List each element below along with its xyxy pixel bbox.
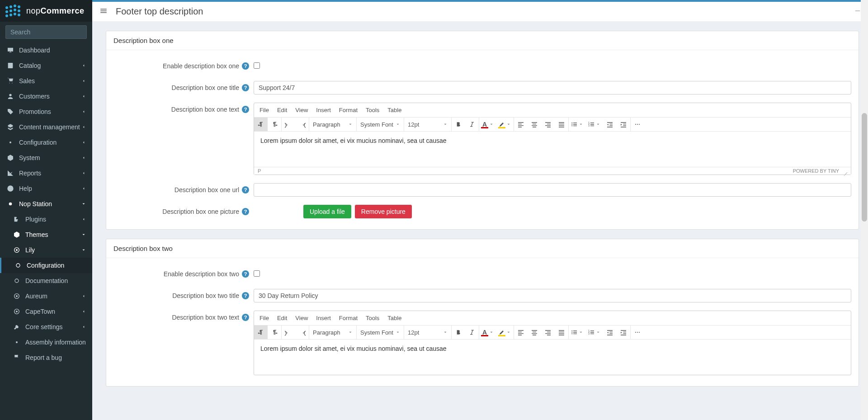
align-right-icon[interactable]: [541, 118, 555, 131]
help-icon[interactable]: ?: [242, 208, 249, 215]
sidebar-item-sales[interactable]: Sales: [0, 73, 92, 89]
text-color-icon[interactable]: A: [479, 118, 496, 131]
editor-menu-file[interactable]: File: [259, 107, 269, 113]
help-icon[interactable]: ?: [242, 292, 249, 299]
help-icon[interactable]: ?: [242, 62, 249, 70]
window-scrollbar-thumb[interactable]: [862, 113, 867, 222]
sidebar-item-core-settings[interactable]: Core settings: [0, 319, 92, 335]
undo-icon[interactable]: [282, 326, 295, 339]
help-icon[interactable]: ?: [242, 186, 249, 193]
checkbox-enable-one[interactable]: [254, 62, 260, 69]
sidebar-item-lily[interactable]: Lily: [0, 242, 92, 258]
sidebar-item-system[interactable]: System: [0, 150, 92, 165]
window-scrollbar[interactable]: [861, 0, 868, 420]
logo[interactable]: nopCommerce: [0, 0, 92, 22]
font-family-select[interactable]: System Font: [357, 326, 404, 339]
numbered-list-icon[interactable]: 123: [586, 326, 603, 339]
upload-button[interactable]: Upload a file: [303, 205, 351, 218]
more-icon[interactable]: [631, 326, 644, 339]
editor-menu-format[interactable]: Format: [339, 315, 358, 321]
bold-icon[interactable]: [452, 326, 465, 339]
sidebar-item-report-a-bug[interactable]: Report a bug: [0, 350, 92, 365]
italic-icon[interactable]: [465, 118, 479, 131]
highlight-color-icon[interactable]: [496, 326, 514, 339]
outdent-icon[interactable]: [603, 118, 617, 131]
editor-content-two[interactable]: Lorem ipsum dolor sit amet, ei vix muciu…: [254, 340, 851, 375]
input-url-one[interactable]: [254, 183, 851, 197]
redo-icon[interactable]: [295, 118, 309, 131]
sidebar-item-documentation[interactable]: Documentation: [0, 273, 92, 288]
sidebar-item-themes[interactable]: Themes: [0, 227, 92, 242]
input-title-two[interactable]: [254, 289, 851, 302]
editor-menu-view[interactable]: View: [295, 107, 308, 113]
collapse-icon[interactable]: [854, 8, 861, 15]
sidebar-item-catalog[interactable]: Catalog: [0, 58, 92, 73]
undo-icon[interactable]: [282, 118, 295, 131]
sidebar-item-plugins[interactable]: Plugins: [0, 212, 92, 227]
help-icon[interactable]: ?: [242, 270, 249, 278]
sidebar-item-customers[interactable]: Customers: [0, 89, 92, 104]
highlight-color-icon[interactable]: [496, 118, 514, 131]
rtl-icon[interactable]: [254, 326, 268, 339]
sidebar-item-nop-station[interactable]: Nop Station: [0, 196, 92, 212]
block-format-select[interactable]: Paragraph: [309, 326, 356, 339]
align-center-icon[interactable]: [528, 118, 541, 131]
redo-icon[interactable]: [295, 326, 309, 339]
editor-menu-edit[interactable]: Edit: [277, 315, 287, 321]
sidebar-item-configuration[interactable]: Configuration: [0, 258, 92, 273]
align-left-icon[interactable]: [514, 326, 528, 339]
sidebar-item-aureum[interactable]: Aureum: [0, 288, 92, 304]
help-icon[interactable]: ?: [242, 314, 249, 321]
sidebar-item-dashboard[interactable]: Dashboard: [0, 42, 92, 58]
sidebar-item-assembly-information[interactable]: Assembly information: [0, 335, 92, 350]
block-format-select[interactable]: Paragraph: [309, 118, 356, 131]
outdent-icon[interactable]: [603, 326, 617, 339]
search-input[interactable]: [10, 28, 90, 36]
align-right-icon[interactable]: [541, 326, 555, 339]
resize-handle-icon[interactable]: [842, 168, 847, 174]
editor-menu-tools[interactable]: Tools: [366, 315, 379, 321]
editor-menu-view[interactable]: View: [295, 315, 308, 321]
align-left-icon[interactable]: [514, 118, 528, 131]
editor-menu-table[interactable]: Table: [387, 107, 401, 113]
more-icon[interactable]: [631, 118, 644, 131]
italic-icon[interactable]: [465, 326, 479, 339]
help-icon[interactable]: ?: [242, 84, 249, 91]
editor-content-one[interactable]: Lorem ipsum dolor sit amet, ei vix muciu…: [254, 132, 851, 167]
font-size-select[interactable]: 12pt: [404, 118, 451, 131]
ltr-icon[interactable]: [268, 118, 281, 131]
editor-menu-file[interactable]: File: [259, 315, 269, 321]
editor-menu-tools[interactable]: Tools: [366, 107, 379, 113]
bold-icon[interactable]: [452, 118, 465, 131]
numbered-list-icon[interactable]: 123: [586, 118, 603, 131]
sidebar-item-reports[interactable]: Reports: [0, 165, 92, 181]
align-justify-icon[interactable]: [555, 326, 568, 339]
input-title-one[interactable]: [254, 81, 851, 94]
sidebar-search[interactable]: [5, 25, 87, 39]
sidebar-item-configuration[interactable]: Configuration: [0, 135, 92, 150]
sidebar-item-capetown[interactable]: CapeTown: [0, 304, 92, 319]
text-color-icon[interactable]: A: [479, 326, 496, 339]
editor-menu-format[interactable]: Format: [339, 107, 358, 113]
editor-menu-insert[interactable]: Insert: [316, 315, 331, 321]
indent-icon[interactable]: [617, 118, 630, 131]
sidebar-item-content-management[interactable]: Content management: [0, 119, 92, 135]
sidebar-item-promotions[interactable]: Promotions: [0, 104, 92, 119]
editor-menu-edit[interactable]: Edit: [277, 107, 287, 113]
sidebar-item-help[interactable]: Help: [0, 181, 92, 196]
editor-menu-insert[interactable]: Insert: [316, 107, 331, 113]
bullet-list-icon[interactable]: [569, 326, 586, 339]
help-icon[interactable]: ?: [242, 106, 249, 113]
indent-icon[interactable]: [617, 326, 630, 339]
ltr-icon[interactable]: [268, 326, 281, 339]
rtl-icon[interactable]: [254, 118, 268, 131]
align-justify-icon[interactable]: [555, 118, 568, 131]
hamburger-icon[interactable]: [99, 7, 110, 16]
font-family-select[interactable]: System Font: [357, 118, 404, 131]
bullet-list-icon[interactable]: [569, 118, 586, 131]
align-center-icon[interactable]: [528, 326, 541, 339]
editor-menu-table[interactable]: Table: [387, 315, 401, 321]
checkbox-enable-two[interactable]: [254, 270, 260, 277]
font-size-select[interactable]: 12pt: [404, 326, 451, 339]
remove-picture-button[interactable]: Remove picture: [355, 205, 412, 218]
